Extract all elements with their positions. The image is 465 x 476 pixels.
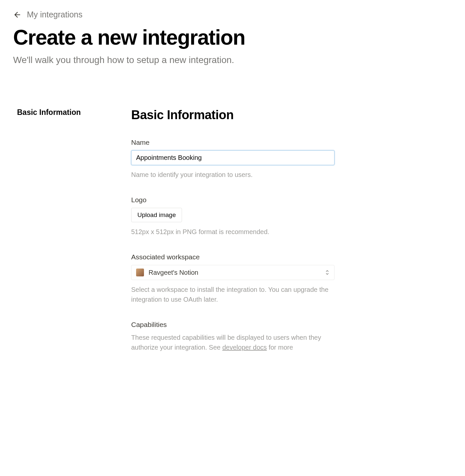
breadcrumb: My integrations [13, 10, 452, 19]
workspace-help: Select a workspace to install the integr… [131, 285, 334, 304]
upload-image-button[interactable]: Upload image [131, 208, 182, 222]
developer-docs-link[interactable]: developer docs [222, 344, 267, 351]
capabilities-help-text-after: for more [267, 344, 293, 351]
workspace-select[interactable]: Ravgeet's Notion [131, 265, 334, 280]
workspace-label: Associated workspace [131, 253, 334, 261]
workspace-value: Ravgeet's Notion [149, 269, 198, 276]
workspace-avatar-icon [136, 269, 144, 276]
chevron-updown-icon [325, 270, 330, 275]
field-capabilities: Capabilities These requested capabilitie… [131, 321, 334, 352]
capabilities-label: Capabilities [131, 321, 334, 329]
breadcrumb-link[interactable]: My integrations [27, 10, 83, 19]
back-arrow-icon[interactable] [13, 11, 22, 19]
name-help: Name to identify your integration to use… [131, 170, 334, 180]
logo-label: Logo [131, 196, 334, 204]
sidebar: Basic Information [13, 108, 111, 369]
sidebar-item-basic-information[interactable]: Basic Information [17, 108, 111, 117]
field-logo: Logo Upload image 512px x 512px in PNG f… [131, 196, 334, 237]
name-input[interactable] [131, 150, 334, 165]
capabilities-help: These requested capabilities will be dis… [131, 333, 334, 352]
logo-help: 512px x 512px in PNG format is recommend… [131, 227, 334, 237]
page-title: Create a new integration [13, 26, 452, 49]
name-label: Name [131, 139, 334, 146]
page-subtitle: We'll walk you through how to setup a ne… [13, 55, 452, 65]
main-content: Basic Information Name Name to identify … [131, 108, 334, 369]
field-name: Name Name to identify your integration t… [131, 139, 334, 180]
section-title: Basic Information [131, 108, 334, 122]
field-workspace: Associated workspace Ravgeet's Notion Se… [131, 253, 334, 304]
